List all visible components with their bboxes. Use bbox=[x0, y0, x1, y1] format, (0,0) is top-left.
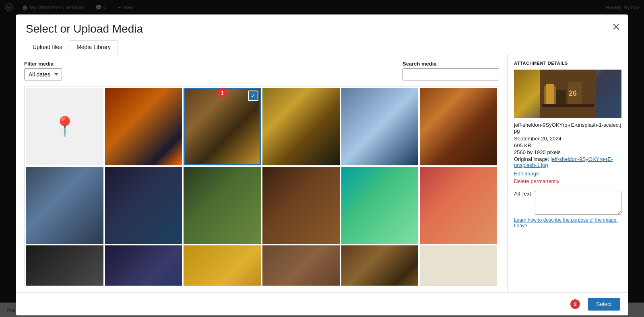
learn-alt-text-link[interactable]: Learn how to describe the purpose of the… bbox=[514, 217, 621, 228]
media-item[interactable] bbox=[420, 88, 497, 165]
edit-image-link[interactable]: Edit Image bbox=[514, 171, 621, 177]
media-item[interactable] bbox=[262, 88, 340, 165]
svg-rect-4 bbox=[546, 84, 554, 106]
alt-text-textarea[interactable] bbox=[535, 191, 621, 215]
media-item[interactable] bbox=[26, 245, 103, 286]
media-item[interactable] bbox=[184, 245, 261, 286]
media-item[interactable] bbox=[341, 167, 419, 244]
tab-media-library[interactable]: Media Library bbox=[70, 40, 118, 55]
attachment-filename: jeff-sheldon-9SyOKYrq-rE-unsplash-1-scal… bbox=[514, 122, 621, 134]
modal-tabs: Upload files Media Library bbox=[26, 40, 618, 54]
tab-upload-files[interactable]: Upload files bbox=[26, 40, 69, 54]
attachment-filesize: 605 KB bbox=[514, 142, 621, 148]
search-label: Search media bbox=[402, 61, 499, 67]
media-item[interactable]: 📍 bbox=[26, 88, 103, 165]
modal-overlay: Select or Upload Media ✕ Upload files Me… bbox=[0, 0, 644, 317]
attachment-dimensions: 2560 by 1920 pixels bbox=[514, 149, 621, 155]
media-grid-wrapper[interactable]: 📍 1 ✓ bbox=[24, 86, 499, 286]
media-item[interactable] bbox=[420, 245, 497, 286]
search-area: Search media bbox=[402, 61, 499, 80]
attachment-preview-image: 26 bbox=[514, 70, 621, 118]
media-item[interactable] bbox=[341, 88, 419, 165]
attachment-date: September 20, 2024 bbox=[514, 136, 621, 142]
svg-rect-5 bbox=[556, 90, 566, 106]
media-grid: 📍 1 ✓ bbox=[25, 86, 499, 286]
media-item[interactable] bbox=[262, 167, 340, 244]
alt-text-row: Alt Text bbox=[514, 191, 621, 215]
select-button[interactable]: Select bbox=[588, 298, 620, 311]
media-item[interactable] bbox=[105, 245, 182, 286]
preview-svg: 26 bbox=[540, 70, 596, 118]
media-item[interactable] bbox=[26, 167, 103, 244]
modal-close-button[interactable]: ✕ bbox=[610, 20, 622, 34]
delete-permanently-link[interactable]: Delete permanently bbox=[514, 178, 621, 184]
date-filter-select[interactable]: All dates bbox=[24, 68, 62, 80]
media-item[interactable] bbox=[105, 88, 182, 165]
modal-body: Filter media All dates Search media bbox=[16, 54, 628, 292]
filter-label: Filter media bbox=[24, 61, 62, 67]
alt-text-section: Alt Text Learn how to describe the purpo… bbox=[514, 191, 621, 228]
media-content-area: Filter media All dates Search media bbox=[16, 54, 507, 292]
svg-rect-8 bbox=[542, 104, 594, 107]
media-item[interactable] bbox=[184, 167, 261, 244]
media-item-selected[interactable]: 1 ✓ bbox=[184, 88, 261, 165]
media-modal: Select or Upload Media ✕ Upload files Me… bbox=[16, 14, 628, 315]
modal-title: Select or Upload Media bbox=[26, 23, 618, 35]
filter-bar: Filter media All dates Search media bbox=[24, 61, 499, 80]
media-item[interactable] bbox=[105, 167, 182, 244]
svg-text:26: 26 bbox=[569, 89, 577, 97]
media-item[interactable] bbox=[262, 245, 340, 286]
alt-text-label: Alt Text bbox=[514, 191, 531, 197]
media-item[interactable] bbox=[341, 245, 419, 286]
filter-select-wrapper: Filter media All dates bbox=[24, 61, 62, 80]
attachment-preview: 26 bbox=[514, 70, 621, 118]
attachment-details-panel: ATTACHMENT DETAILS 26 bbox=[507, 54, 628, 292]
select-badge-number: 2 bbox=[570, 299, 580, 309]
search-media-input[interactable] bbox=[402, 68, 499, 80]
attachment-details-title: ATTACHMENT DETAILS bbox=[514, 61, 621, 66]
attachment-original-label: Original image: jeff-sheldon-9SyOKYrq-rE… bbox=[514, 156, 621, 168]
check-badge: ✓ bbox=[248, 91, 258, 101]
modal-header: Select or Upload Media ✕ Upload files Me… bbox=[16, 14, 628, 54]
media-item[interactable] bbox=[420, 167, 497, 244]
modal-footer: 2 Select bbox=[16, 292, 628, 315]
